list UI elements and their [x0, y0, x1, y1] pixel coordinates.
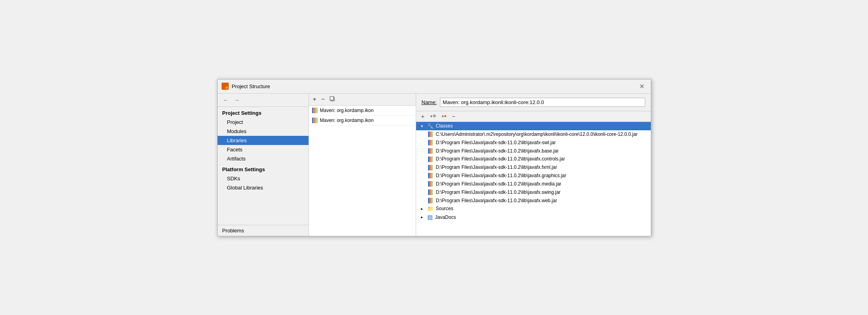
name-row: Name: [416, 94, 651, 111]
tree-jar-item[interactable]: D:\Program Files\Java\javafx-sdk-11.0.2\… [416, 196, 651, 205]
remove-library-button[interactable]: − [320, 95, 326, 103]
jar-icon [428, 173, 434, 179]
svg-rect-22 [430, 173, 431, 178]
svg-rect-10 [430, 140, 431, 145]
svg-rect-16 [430, 157, 431, 162]
right-panel: Name: + +⚙ +■ − ▾ 🔧 Classes [416, 94, 651, 236]
tree-classes-row[interactable]: ▾ 🔧 Classes [416, 122, 651, 130]
svg-rect-2 [222, 87, 225, 89]
javadocs-label: JavaDocs [435, 215, 456, 220]
library-icon [312, 118, 318, 123]
jar-path: D:\Program Files\Java\javafx-sdk-11.0.2\… [436, 164, 557, 170]
library-icon [312, 108, 318, 113]
dialog-title: Project Structure [232, 83, 270, 89]
remove-item-button[interactable]: − [450, 113, 457, 120]
svg-rect-11 [432, 140, 433, 145]
tree-javadocs-row[interactable]: ▸ JD JavaDocs [416, 213, 651, 222]
svg-rect-14 [432, 148, 433, 154]
sidebar-item-libraries[interactable]: Libraries [218, 136, 309, 145]
classes-label: Classes [436, 123, 453, 129]
tree-jar-item[interactable]: D:\Program Files\Java\javafx-sdk-11.0.2\… [416, 138, 651, 147]
jar-icon [428, 164, 434, 170]
library-name: Maven: org.kordamp.ikon [320, 118, 374, 123]
jar-path: D:\Program Files\Java\javafx-sdk-11.0.2\… [436, 148, 559, 154]
jar-path: D:\Program Files\Java\javafx-sdk-11.0.2\… [436, 140, 556, 145]
add-item-button[interactable]: + [419, 113, 426, 120]
svg-rect-20 [432, 165, 433, 170]
main-content: ← → Project Settings Project Modules Lib… [218, 94, 651, 236]
tree-panel: ▾ 🔧 Classes C:\Users\Administrator\.m2\r… [416, 122, 651, 236]
classes-icon: 🔧 [427, 123, 434, 129]
project-structure-dialog: Project Structure ✕ ← → Project Settings… [217, 79, 651, 236]
svg-rect-12 [428, 148, 430, 154]
svg-text:JD: JD [428, 216, 432, 220]
sidebar-item-sdks[interactable]: SDKs [218, 174, 309, 183]
jar-icon [428, 131, 434, 137]
jar-path: D:\Program Files\Java\javafx-sdk-11.0.2\… [436, 198, 557, 203]
library-list: Maven: org.kordamp.ikon Maven: org.korda… [309, 106, 416, 236]
tree-jar-item[interactable]: D:\Program Files\Java\javafx-sdk-11.0.2\… [416, 188, 651, 196]
svg-rect-32 [432, 198, 433, 203]
svg-rect-7 [430, 131, 431, 137]
svg-rect-1 [226, 83, 228, 86]
jar-path: D:\Program Files\Java\javafx-sdk-11.0.2\… [436, 156, 565, 162]
svg-rect-27 [428, 189, 430, 195]
right-toolbar: + +⚙ +■ − [416, 111, 651, 122]
jar-icon [428, 197, 434, 203]
tree-sources-row[interactable]: ▸ 📁 Sources [416, 205, 651, 213]
jar-icon [428, 139, 434, 145]
library-name: Maven: org.kordamp.ikon [320, 108, 374, 113]
svg-rect-6 [428, 131, 430, 137]
sources-label: Sources [436, 206, 453, 211]
svg-rect-21 [428, 173, 430, 178]
svg-rect-23 [432, 173, 433, 178]
app-icon [222, 83, 229, 90]
list-item[interactable]: Maven: org.kordamp.ikon [309, 106, 416, 116]
chevron-right-icon: ▸ [419, 207, 425, 211]
name-input[interactable] [440, 98, 645, 107]
sidebar-item-project[interactable]: Project [218, 118, 309, 127]
tree-jar-item[interactable]: D:\Program Files\Java\javafx-sdk-11.0.2\… [416, 155, 651, 163]
svg-rect-0 [222, 83, 225, 86]
chevron-right-icon: ▸ [419, 215, 425, 219]
jar-icon [428, 148, 434, 154]
sidebar-item-facets[interactable]: Facets [218, 145, 309, 154]
add-library-button[interactable]: + [311, 95, 318, 103]
title-left: Project Structure [222, 83, 270, 90]
forward-button[interactable]: → [233, 96, 241, 104]
svg-rect-3 [226, 87, 228, 89]
sidebar: ← → Project Settings Project Modules Lib… [218, 94, 309, 236]
jar-path: D:\Program Files\Java\javafx-sdk-11.0.2\… [436, 181, 561, 187]
tree-jar-item[interactable]: D:\Program Files\Java\javafx-sdk-11.0.2\… [416, 172, 651, 180]
tree-jar-item[interactable]: C:\Users\Administrator\.m2\repository\or… [416, 130, 651, 139]
svg-rect-25 [430, 181, 431, 187]
sidebar-item-modules[interactable]: Modules [218, 127, 309, 136]
nav-arrows: ← → [218, 94, 309, 107]
svg-rect-31 [430, 198, 431, 203]
middle-panel: + − Maven: org.kordamp.ikon [309, 94, 416, 236]
chevron-down-icon: ▾ [419, 124, 425, 128]
svg-rect-24 [428, 181, 430, 187]
copy-library-button[interactable] [328, 95, 337, 104]
add-config-button[interactable]: +⚙ [428, 113, 438, 120]
sidebar-item-artifacts[interactable]: Artifacts [218, 154, 309, 163]
jar-path: D:\Program Files\Java\javafx-sdk-11.0.2\… [436, 189, 561, 195]
svg-rect-5 [330, 97, 334, 100]
back-button[interactable]: ← [222, 96, 230, 104]
add-orange-button[interactable]: +■ [440, 113, 448, 120]
jar-icon [428, 181, 434, 187]
sidebar-item-global-libraries[interactable]: Global Libraries [218, 183, 309, 192]
title-bar: Project Structure ✕ [218, 79, 651, 94]
sidebar-item-problems[interactable]: Problems [218, 225, 309, 236]
tree-jar-item[interactable]: D:\Program Files\Java\javafx-sdk-11.0.2\… [416, 163, 651, 172]
svg-rect-19 [430, 165, 431, 170]
sidebar-spacer [218, 192, 309, 225]
close-button[interactable]: ✕ [637, 82, 647, 91]
folder-icon: 📁 [427, 206, 434, 212]
list-item[interactable]: Maven: org.kordamp.ikon [309, 116, 416, 126]
tree-jar-item[interactable]: D:\Program Files\Java\javafx-sdk-11.0.2\… [416, 147, 651, 155]
svg-rect-13 [430, 148, 431, 154]
svg-rect-30 [428, 198, 430, 203]
svg-rect-18 [428, 165, 430, 170]
tree-jar-item[interactable]: D:\Program Files\Java\javafx-sdk-11.0.2\… [416, 180, 651, 188]
